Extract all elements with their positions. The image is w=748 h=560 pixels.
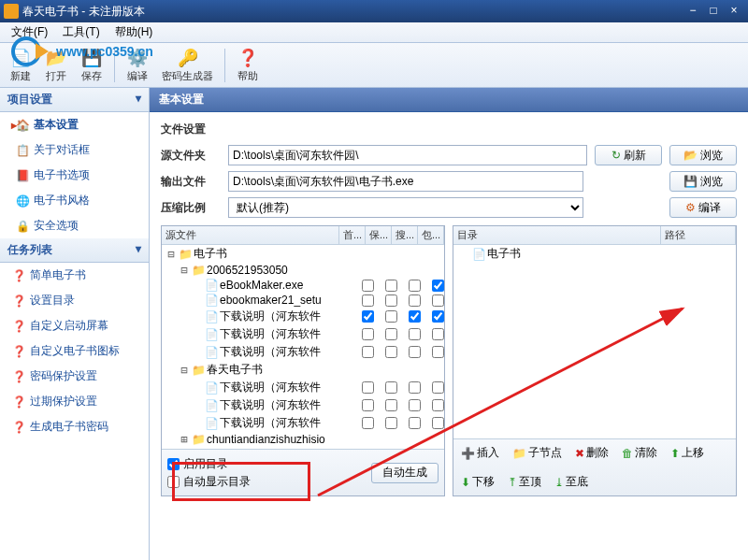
enable-dir-checkbox[interactable] — [167, 458, 180, 470]
tree-node[interactable]: 📄ebookmaker21_setu — [162, 293, 444, 308]
directory-tree[interactable]: 📄 电子书 — [453, 245, 736, 438]
file-checkbox[interactable] — [432, 328, 444, 340]
tree-toggle-icon[interactable]: ⊟ — [179, 364, 190, 377]
col-save[interactable]: 保... — [366, 226, 392, 244]
to-top-button[interactable]: ⤒至顶 — [506, 472, 543, 492]
toolbar-open[interactable]: 📂打开 — [39, 45, 73, 85]
collapse-icon[interactable]: ▾ — [136, 92, 141, 108]
task-item-1[interactable]: ❓设置目录 — [0, 288, 149, 313]
move-up-button[interactable]: ⬆上移 — [669, 443, 706, 463]
tree-node[interactable]: ⊟📁2006521953050 — [162, 263, 444, 278]
file-checkbox[interactable] — [385, 381, 397, 394]
toolbar-save[interactable]: 💾保存 — [75, 45, 108, 85]
col-search[interactable]: 搜... — [392, 226, 418, 244]
tree-node[interactable]: 📄下载说明（河东软件 — [162, 414, 444, 432]
file-checkbox[interactable] — [409, 381, 421, 394]
tree-node[interactable]: 📄下载说明（河东软件 — [162, 325, 444, 343]
file-checkbox[interactable] — [362, 399, 374, 411]
source-tree[interactable]: ⊟📁电子书⊟📁2006521953050📄eBookMaker.exe📄eboo… — [162, 245, 444, 449]
toolbar-compile[interactable]: ⚙️编译 — [121, 45, 154, 85]
output-file-input[interactable] — [228, 171, 583, 192]
maximize-button[interactable]: □ — [703, 4, 724, 19]
file-checkbox[interactable] — [362, 346, 374, 358]
file-checkbox[interactable] — [409, 280, 421, 292]
file-checkbox[interactable] — [385, 294, 397, 307]
file-checkbox[interactable] — [432, 346, 444, 358]
to-bottom-button[interactable]: ⤓至底 — [553, 472, 590, 492]
file-checkbox[interactable] — [385, 310, 397, 323]
tree-node[interactable]: 📄eBookMaker.exe — [162, 278, 444, 293]
file-checkbox[interactable] — [362, 328, 374, 340]
file-checkbox[interactable] — [409, 294, 421, 307]
task-item-0[interactable]: ❓简单电子书 — [0, 263, 149, 288]
file-checkbox[interactable] — [432, 310, 444, 323]
close-button[interactable]: × — [724, 4, 744, 19]
file-checkbox[interactable] — [385, 417, 397, 429]
col-path[interactable]: 路径 — [661, 226, 736, 244]
col-include[interactable]: 包... — [418, 226, 444, 244]
file-checkbox[interactable] — [432, 399, 444, 411]
file-checkbox[interactable] — [432, 294, 444, 307]
browse-out-button[interactable]: 💾浏览 — [669, 171, 737, 192]
clear-button[interactable]: 🗑清除 — [620, 443, 659, 463]
file-checkbox[interactable] — [409, 310, 421, 323]
task-item-5[interactable]: ❓过期保护设置 — [0, 389, 149, 414]
file-checkbox[interactable] — [385, 280, 397, 292]
file-checkbox[interactable] — [362, 280, 374, 292]
tree-toggle-icon[interactable]: ⊟ — [165, 248, 177, 261]
toolbar-pwdgen[interactable]: 🔑密码生成器 — [156, 45, 219, 85]
tree-node[interactable]: ⊞📁chuntiandianzishuzhisio — [162, 432, 444, 447]
insert-button[interactable]: ➕插入 — [459, 443, 501, 463]
tree-node[interactable]: 📄下载说明（河东软件 — [162, 343, 444, 361]
compile-button[interactable]: ⚙编译 — [669, 197, 737, 218]
file-checkbox[interactable] — [409, 399, 421, 411]
file-checkbox[interactable] — [362, 381, 374, 394]
task-item-6[interactable]: ❓生成电子书密码 — [0, 414, 149, 439]
file-checkbox[interactable] — [409, 417, 421, 429]
tree-toggle-icon[interactable]: ⊟ — [179, 264, 190, 277]
refresh-button[interactable]: ↻刷新 — [595, 145, 662, 165]
browse-src-button[interactable]: 📂浏览 — [669, 145, 737, 165]
menu-file[interactable]: 文件(F) — [4, 22, 55, 42]
auto-generate-button[interactable]: 自动生成 — [371, 463, 439, 483]
dir-item[interactable]: 电子书 — [487, 246, 736, 262]
col-source[interactable]: 源文件 — [162, 226, 339, 244]
collapse-icon[interactable]: ▾ — [136, 242, 141, 258]
minimize-button[interactable]: − — [683, 4, 703, 19]
tree-toggle-icon[interactable]: ⊞ — [179, 433, 190, 446]
file-checkbox[interactable] — [432, 280, 444, 292]
tree-node[interactable]: ⊟📁电子书 — [162, 245, 444, 263]
file-checkbox[interactable] — [409, 328, 421, 340]
toolbar-help[interactable]: ❓帮助 — [231, 45, 265, 85]
file-checkbox[interactable] — [385, 328, 397, 340]
task-item-3[interactable]: ❓自定义电子书图标 — [0, 338, 149, 364]
sidebar-item-4[interactable]: 🔒安全选项 — [0, 213, 149, 238]
menu-tools[interactable]: 工具(T) — [55, 22, 107, 42]
sidebar-item-3[interactable]: 🌐电子书风格 — [0, 188, 149, 213]
tree-node[interactable]: 📄下载说明（河东软件 — [162, 308, 444, 325]
file-checkbox[interactable] — [409, 346, 421, 358]
col-home[interactable]: 首... — [339, 226, 366, 244]
toolbar-new[interactable]: 📄新建 — [4, 45, 37, 85]
tree-node[interactable]: 📄下载说明（河东软件 — [162, 379, 444, 396]
file-checkbox[interactable] — [362, 294, 374, 307]
tree-node[interactable]: 📄下载说明（河东软件 — [162, 396, 444, 414]
delete-button[interactable]: ✖删除 — [573, 443, 611, 463]
tree-node[interactable]: ⊟📁春天电子书 — [162, 361, 444, 379]
sidebar-item-2[interactable]: 📕电子书选项 — [0, 163, 149, 188]
menu-help[interactable]: 帮助(H) — [108, 22, 161, 42]
file-checkbox[interactable] — [385, 399, 397, 411]
sidebar-item-1[interactable]: 📋关于对话框 — [0, 137, 149, 163]
file-checkbox[interactable] — [362, 417, 374, 429]
src-folder-input[interactable] — [228, 145, 587, 165]
file-checkbox[interactable] — [362, 310, 374, 323]
col-dir[interactable]: 目录 — [453, 226, 661, 244]
task-item-4[interactable]: ❓密码保护设置 — [0, 364, 149, 389]
file-checkbox[interactable] — [385, 346, 397, 358]
move-down-button[interactable]: ⬇下移 — [459, 472, 496, 492]
sidebar-item-0[interactable]: ▸🏠基本设置 — [0, 112, 149, 137]
task-item-2[interactable]: ❓自定义启动屏幕 — [0, 313, 149, 338]
file-checkbox[interactable] — [432, 381, 444, 394]
auto-show-checkbox[interactable] — [167, 476, 180, 488]
file-checkbox[interactable] — [432, 417, 444, 429]
